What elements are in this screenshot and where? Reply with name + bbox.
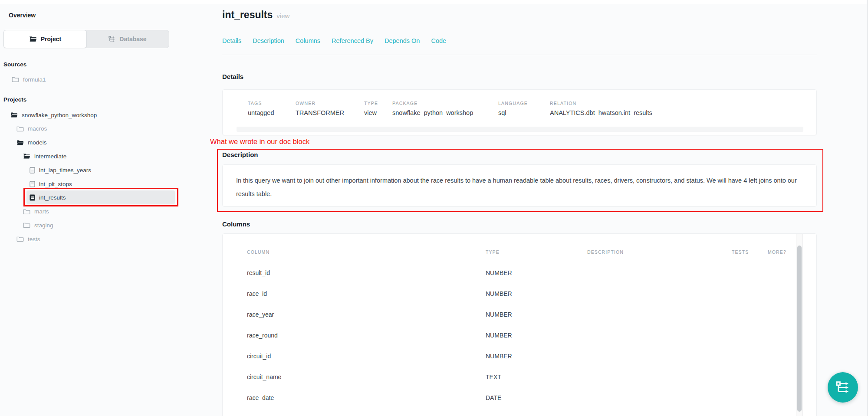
tree-item-macros[interactable]: macros [16,124,47,134]
column-name-cell: circuit_id [247,353,486,360]
column-name-cell: circuit_name [247,373,486,380]
column-type-cell: NUMBER [486,332,587,339]
tab-depends-on[interactable]: Depends On [385,37,420,44]
tabs-divider [222,55,817,55]
tab-description[interactable]: Description [253,37,284,44]
columns-header-tests: TESTS [732,249,768,255]
column-row-race_year[interactable]: race_yearNUMBER [247,304,816,325]
detail-field-type: TYPEview [364,101,392,116]
projects-heading: Projects [3,96,26,103]
tree-item-intermediate[interactable]: intermediate [23,151,66,161]
column-type-cell: TEXT [486,373,587,380]
folder-open-icon [10,112,18,118]
column-row-circuit_name[interactable]: circuit_nameTEXT [247,367,816,387]
tree-item-snowflake_python_workshop[interactable]: snowflake_python_workshop [10,110,97,120]
detail-label: LANGUAGE [498,101,550,106]
column-row-race_time[interactable]: race_timeTIME [247,408,816,416]
tab-code[interactable]: Code [431,37,446,44]
detail-value: ANALYTICS.dbt_hwatson.int_results [550,109,652,116]
tree-item-label: tests [28,236,40,242]
description-heading: Description [222,151,258,158]
tree-item-int_results[interactable]: int_results [30,193,66,203]
sidebar: Overview Project Database Sources formul… [0,0,191,416]
section-tabs: DetailsDescriptionColumnsReferenced ByDe… [222,37,446,44]
overview-link[interactable]: Overview [9,12,36,19]
model-name: int_results [222,9,273,20]
folder-open-icon [29,36,37,42]
tab-columns[interactable]: Columns [296,37,320,44]
detail-label: PACKAGE [392,101,498,106]
file-solid-icon [30,194,35,201]
tab-details[interactable]: Details [222,37,241,44]
columns-card: COLUMNTYPEDESCRIPTIONTESTSMORE? result_i… [222,233,817,416]
column-type-cell: NUMBER [486,269,587,276]
detail-field-relation: RELATIONANALYTICS.dbt_hwatson.int_result… [550,101,652,116]
folder-open-icon [16,140,24,146]
detail-value: view [364,109,392,116]
tree-item-marts[interactable]: marts [23,206,49,217]
column-row-circuit_id[interactable]: circuit_idNUMBER [247,346,816,367]
columns-scrollbar-thumb[interactable] [797,246,802,412]
column-name-cell: result_id [247,269,486,276]
toggle-database-button[interactable]: Database [86,30,169,48]
tree-item-label: intermediate [34,153,66,160]
folder-closed-icon [12,76,19,82]
app: { "colors": { "teal_tab": "#2ab4c1", "fa… [0,0,868,416]
columns-header-more: MORE? [768,249,816,255]
column-type-cell: NUMBER [486,353,587,360]
column-type-cell: NUMBER [486,290,587,297]
lineage-graph-button[interactable] [828,372,858,403]
columns-header-description: DESCRIPTION [587,249,732,255]
detail-label: RELATION [550,101,652,106]
detail-value: untagged [248,109,296,116]
toggle-project-button[interactable]: Project [3,30,87,48]
folder-closed-icon [23,222,30,228]
tree-item-models[interactable]: models [16,138,47,148]
tree-item-label: macros [28,125,47,132]
tree-item-staging[interactable]: staging [23,220,53,230]
view-toggle: Project Database [3,30,169,48]
detail-field-package: PACKAGEsnowflake_python_workshop [392,101,498,116]
description-text: In this query we want to join out other … [236,174,798,201]
toggle-database-label: Database [119,36,146,43]
details-heading: Details [222,73,243,80]
column-name-cell: race_id [247,290,486,297]
source-item-formula1[interactable]: formula1 [12,74,46,85]
column-type-cell: DATE [486,394,587,401]
column-row-race_round[interactable]: race_roundNUMBER [247,325,816,346]
tab-referenced-by[interactable]: Referenced By [332,37,373,44]
column-row-result_id[interactable]: result_idNUMBER [247,262,816,283]
column-type-cell: NUMBER [486,311,587,318]
detail-value: TRANSFORMER [296,109,364,116]
details-card: TAGSuntaggedOWNERTRANSFORMERTYPEviewPACK… [222,89,817,135]
columns-heading: Columns [222,220,250,228]
tree-item-label: models [28,139,47,146]
tree-item-label: marts [34,208,49,215]
tree-item-int_pit_stops[interactable]: int_pit_stops [30,179,72,189]
details-footer-strip [237,127,803,132]
columns-header-column: COLUMN [247,249,486,255]
column-row-race_id[interactable]: race_idNUMBER [247,283,816,304]
tree-item-tests[interactable]: tests [16,234,40,244]
columns-header-type: TYPE [486,249,587,255]
folder-closed-icon [23,209,30,215]
column-name-cell: race_round [247,332,486,339]
detail-field-language: LANGUAGEsql [498,101,550,116]
lineage-icon [836,380,850,394]
annotation-note: What we wrote in our doc block [210,138,309,146]
column-row-race_date[interactable]: race_dateDATE [247,387,816,408]
source-item-label: formula1 [23,76,46,83]
tree-item-int_lap_times_years[interactable]: int_lap_times_years [30,165,91,175]
folder-closed-icon [16,236,24,242]
detail-field-tags: TAGSuntagged [248,101,296,116]
database-tree-icon [108,36,115,43]
description-card: In this query we want to join out other … [222,164,817,206]
folder-closed-icon [16,126,24,132]
detail-label: TYPE [364,101,392,106]
column-name-cell: race_date [247,394,486,401]
file-icon [30,167,35,174]
column-name-cell: race_year [247,311,486,318]
columns-scrollbar-track [796,234,803,416]
tree-item-label: int_results [39,194,66,201]
tree-item-label: staging [34,222,53,229]
